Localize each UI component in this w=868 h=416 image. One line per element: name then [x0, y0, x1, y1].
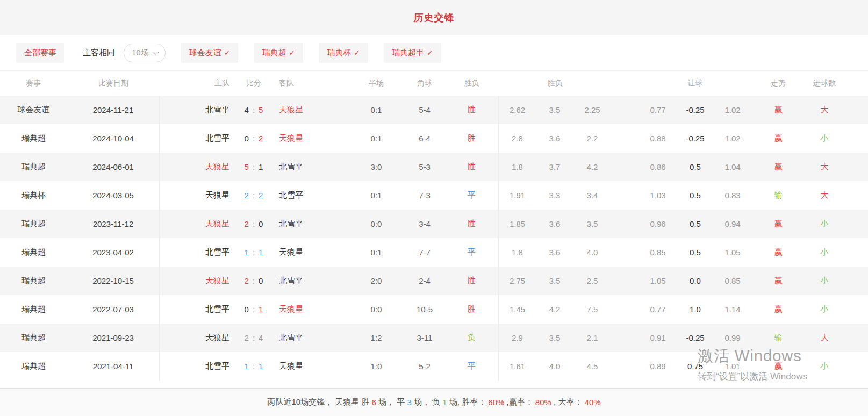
- odds-win-cell: 2.62: [499, 96, 536, 124]
- date-cell: 2024-06-01: [67, 153, 160, 181]
- score-cell: 2 : 0: [235, 267, 272, 295]
- result-cell: 平: [444, 181, 499, 210]
- goals-cell: 小: [805, 124, 844, 153]
- spacer-cell: [611, 352, 639, 381]
- chevron-down-icon: [153, 49, 159, 55]
- competition-cell: 瑞典超: [0, 267, 67, 295]
- handicap-line-cell: 0.5: [677, 153, 714, 181]
- corners-cell: 5-3: [405, 153, 444, 181]
- competition-cell: 瑞典超: [0, 324, 67, 352]
- home-score: 5: [245, 162, 249, 171]
- match-row[interactable]: 瑞典超 2021-09-23 天狼星 2 : 4 北雪平 1:2 3-11 负 …: [0, 324, 868, 352]
- match-row[interactable]: 瑞典杯 2024-03-05 天狼星 2 : 2 北雪平 0:1 7-3 平 1…: [0, 181, 868, 210]
- match-count-dropdown[interactable]: 10场: [124, 44, 166, 62]
- half-time-cell: 0:1: [348, 181, 405, 210]
- home-score: 4: [245, 105, 249, 114]
- goals-cell: 小: [805, 238, 844, 267]
- handicap-away-odds-cell: 1.05: [714, 238, 751, 267]
- filter-same-home-away[interactable]: 主客相同: [83, 48, 115, 58]
- odds-lose-cell: 2.5: [573, 267, 611, 295]
- odds-win-cell: 1.91: [499, 181, 536, 210]
- score-cell: 1 : 1: [235, 238, 272, 267]
- score-cell: 2 : 4: [235, 324, 272, 352]
- odds-draw-cell: 4.2: [536, 295, 573, 324]
- match-row[interactable]: 瑞典超 2023-11-12 天狼星 2 : 0 北雪平 0:0 3-4 胜 1…: [0, 210, 868, 238]
- check-icon: ✓: [289, 48, 295, 57]
- odds-draw-cell: 3.5: [536, 96, 573, 124]
- odds-win-cell: 2.9: [499, 324, 536, 352]
- score-separator: :: [253, 248, 255, 257]
- match-row[interactable]: 瑞典超 2021-04-11 北雪平 1 : 1 天狼星 1:0 5-2 平 1…: [0, 352, 868, 381]
- score-cell: 5 : 1: [235, 153, 272, 181]
- summary-text: 场， 负: [412, 397, 443, 407]
- odds-win-cell: 1.85: [499, 210, 536, 238]
- header-half-time: 半场: [348, 71, 405, 96]
- summary-text: 场, 胜率：: [447, 397, 489, 407]
- odds-draw-cell: 4.0: [536, 352, 573, 381]
- trend-cell: 赢: [751, 295, 805, 324]
- match-row[interactable]: 瑞典超 2023-04-02 北雪平 1 : 1 天狼星 0:1 7-7 平 1…: [0, 238, 868, 267]
- history-head-to-head-panel: 历史交锋 全部赛事 主客相同 10场 球会友谊 ✓ 瑞典超 ✓ 瑞典杯 ✓ 瑞典…: [0, 0, 868, 416]
- match-row[interactable]: 瑞典超 2022-07-03 北雪平 0 : 1 天狼星 0:0 10-5 胜 …: [0, 295, 868, 324]
- result-cell: 胜: [444, 295, 499, 324]
- home-score: 0: [245, 305, 249, 314]
- corners-cell: 5-4: [405, 96, 444, 124]
- spacer-cell: [611, 324, 639, 352]
- score-separator: :: [253, 162, 255, 171]
- odds-win-cell: 1.45: [499, 295, 536, 324]
- match-row[interactable]: 瑞典超 2024-06-01 天狼星 5 : 1 北雪平 3:0 5-3 胜 1…: [0, 153, 868, 181]
- league-chip-label: 瑞典杯: [327, 48, 351, 58]
- result-cell: 胜: [444, 124, 499, 153]
- competition-cell: 瑞典超: [0, 153, 67, 181]
- home-score: 2: [245, 191, 249, 200]
- odds-win-cell: 1.8: [499, 238, 536, 267]
- competition-cell: 瑞典杯: [0, 181, 67, 210]
- date-cell: 2022-07-03: [67, 295, 160, 324]
- handicap-line-cell: 1.0: [677, 295, 714, 324]
- league-filter-chip[interactable]: 瑞典杯 ✓: [319, 43, 368, 63]
- filter-all-label: 全部赛事: [24, 48, 56, 58]
- match-row[interactable]: 瑞典超 2022-10-15 天狼星 2 : 0 北雪平 2:0 2-4 胜 2…: [0, 267, 868, 295]
- league-filter-chip[interactable]: 球会友谊 ✓: [181, 43, 239, 63]
- handicap-away-odds-cell: 1.02: [714, 124, 751, 153]
- handicap-line-cell: 0.5: [677, 238, 714, 267]
- handicap-home-odds-cell: 1.05: [639, 267, 677, 295]
- league-filter-chip[interactable]: 瑞典超甲 ✓: [384, 43, 441, 63]
- summary-loss-count: 1: [442, 398, 447, 407]
- corners-cell: 6-4: [405, 124, 444, 153]
- match-row[interactable]: 瑞典超 2024-10-04 北雪平 0 : 2 天狼星 0:1 6-4 胜 2…: [0, 124, 868, 153]
- corners-cell: 3-11: [405, 324, 444, 352]
- odds-win-cell: 2.75: [499, 267, 536, 295]
- half-time-cell: 2:0: [348, 267, 405, 295]
- competition-cell: 瑞典超: [0, 124, 67, 153]
- summary-gap: [0, 381, 868, 388]
- odds-lose-cell: 2.25: [573, 96, 611, 124]
- corners-cell: 5-2: [405, 352, 444, 381]
- date-cell: 2024-11-21: [67, 96, 160, 124]
- half-time-cell: 1:2: [348, 324, 405, 352]
- goals-cell: 小: [805, 267, 844, 295]
- handicap-home-odds-cell: 0.86: [639, 153, 677, 181]
- handicap-away-odds-cell: 1.14: [714, 295, 751, 324]
- home-score: 1: [245, 362, 249, 371]
- handicap-line-cell: -0.25: [677, 324, 714, 352]
- half-time-cell: 0:1: [348, 96, 405, 124]
- check-icon: ✓: [354, 48, 360, 57]
- away-score: 5: [259, 105, 263, 114]
- corners-cell: 3-4: [405, 210, 444, 238]
- match-row[interactable]: 球会友谊 2024-11-21 北雪平 4 : 5 天狼星 0:1 5-4 胜 …: [0, 96, 868, 124]
- date-cell: 2024-10-04: [67, 124, 160, 153]
- home-team-cell: 北雪平: [160, 352, 235, 381]
- handicap-line-cell: 0.5: [677, 181, 714, 210]
- filter-all-competitions[interactable]: 全部赛事: [16, 43, 64, 63]
- handicap-line-cell: 0.0: [677, 267, 714, 295]
- header-handicap-group: 让球: [639, 71, 751, 96]
- handicap-away-odds-cell: 0.94: [714, 210, 751, 238]
- trend-cell: 输: [751, 324, 805, 352]
- corners-cell: 10-5: [405, 295, 444, 324]
- league-filter-chip[interactable]: 瑞典超 ✓: [254, 43, 303, 63]
- league-chip-label: 球会友谊: [189, 48, 221, 58]
- score-cell: 0 : 2: [235, 124, 272, 153]
- league-chip-label: 瑞典超甲: [392, 48, 424, 58]
- check-icon: ✓: [427, 48, 433, 57]
